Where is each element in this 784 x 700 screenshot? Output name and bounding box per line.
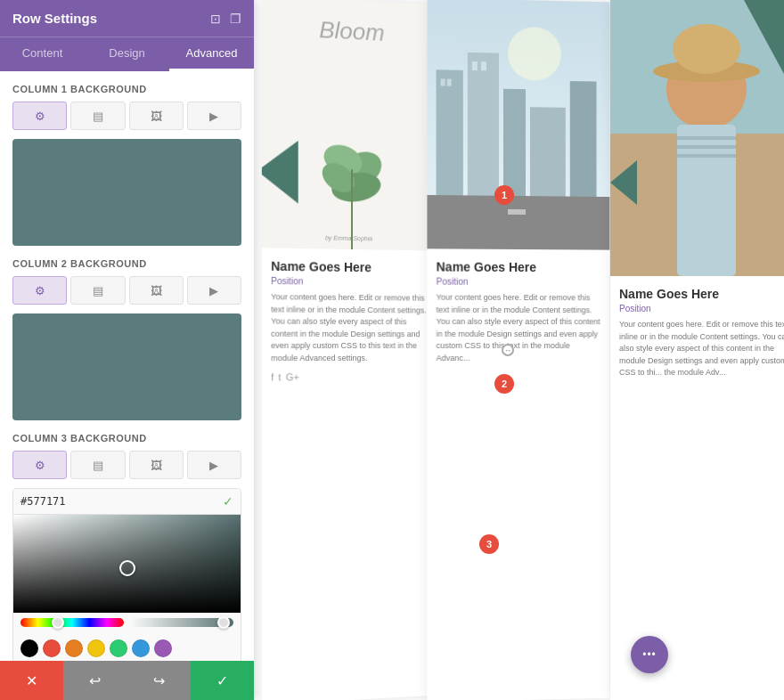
svg-point-24 bbox=[673, 24, 740, 74]
card-3: Name Goes Here Position Your content goe… bbox=[610, 0, 784, 700]
col2-color-btn[interactable]: ⚙ bbox=[12, 276, 67, 305]
panel-title: Row Settings bbox=[12, 11, 97, 26]
tab-advanced[interactable]: Advanced bbox=[169, 37, 254, 71]
cancel-button[interactable]: ✕ bbox=[0, 661, 63, 700]
column3-bg-types: ⚙ ▤ 🖼 ▶ bbox=[12, 451, 241, 479]
column1-section: Column 1 Background ⚙ ▤ 🖼 ▶ bbox=[12, 84, 241, 246]
card-1: Bloom by Emma Sophia Nam bbox=[262, 0, 439, 700]
col3-image-btn[interactable]: 🖼 bbox=[129, 451, 184, 479]
color-picker-circle[interactable] bbox=[119, 560, 135, 576]
tab-design[interactable]: Design bbox=[85, 37, 169, 71]
card1-body: Name Goes Here Position Your content goe… bbox=[262, 248, 439, 393]
column2-bg-types: ⚙ ▤ 🖼 ▶ bbox=[12, 276, 241, 305]
col2-image-btn[interactable]: 🖼 bbox=[129, 276, 184, 305]
bloom-text: Bloom bbox=[262, 13, 439, 50]
card3-position: Position bbox=[619, 304, 784, 313]
panel-footer: ✕ ↩ ↪ ✓ bbox=[0, 661, 254, 700]
svg-rect-10 bbox=[447, 79, 452, 86]
color-input-row: #577171 ✓ bbox=[13, 489, 241, 515]
collapse-icon[interactable]: ❐ bbox=[230, 12, 241, 26]
indicator-2: 2 bbox=[494, 374, 514, 394]
col2-video-btn[interactable]: ▶ bbox=[187, 276, 241, 305]
card3-name: Name Goes Here bbox=[619, 287, 784, 301]
column2-color-preview[interactable] bbox=[12, 313, 241, 420]
hex-input[interactable]: #577171 bbox=[20, 495, 217, 508]
svg-rect-12 bbox=[472, 61, 478, 70]
col2-gradient-btn[interactable]: ▤ bbox=[70, 276, 125, 305]
facebook-icon[interactable]: f bbox=[271, 371, 274, 382]
swatch-yellow[interactable] bbox=[87, 639, 105, 657]
swatch-blue[interactable] bbox=[132, 639, 150, 657]
fab-button[interactable]: ••• bbox=[631, 636, 668, 673]
redo-button[interactable]: ↪ bbox=[127, 661, 191, 700]
card2-text: Your content goes here. Edit or remove t… bbox=[437, 292, 601, 364]
undo-button[interactable]: ↩ bbox=[63, 661, 127, 700]
column1-color-preview[interactable] bbox=[12, 139, 241, 246]
color-swatches bbox=[13, 632, 241, 661]
column2-label: Column 2 Background bbox=[12, 258, 241, 269]
col1-image-btn[interactable]: 🖼 bbox=[129, 102, 184, 130]
color-picker: #577171 ✓ bbox=[12, 488, 241, 661]
svg-rect-9 bbox=[441, 78, 445, 85]
card-2: Name Goes Here Position Your content goe… bbox=[427, 0, 609, 700]
panel-header-actions: ⊡ ❐ bbox=[210, 12, 241, 26]
card3-text: Your content goes here. Edit or remove t… bbox=[619, 319, 784, 379]
svg-rect-17 bbox=[427, 195, 609, 250]
column3-label: Column 3 Background bbox=[12, 433, 241, 444]
indicator-1: 1 bbox=[494, 185, 514, 205]
card1-name: Name Goes Here bbox=[271, 259, 430, 275]
hue-slider[interactable] bbox=[20, 618, 124, 627]
card1-text: Your content goes here. Edit or remove t… bbox=[271, 291, 430, 364]
card2-position: Position bbox=[437, 277, 601, 288]
card3-body: Name Goes Here Position Your content goe… bbox=[610, 276, 784, 390]
page-canvas: Bloom by Emma Sophia Nam bbox=[254, 0, 784, 700]
column3-section: Column 3 Background ⚙ ▤ 🖼 ▶ #577171 ✓ bbox=[12, 433, 241, 661]
tab-content[interactable]: Content bbox=[0, 37, 85, 71]
swatch-purple[interactable] bbox=[154, 639, 172, 657]
row-settings-panel: Row Settings ⊡ ❐ Content Design Advanced… bbox=[0, 0, 254, 700]
svg-rect-18 bbox=[508, 209, 526, 215]
alpha-thumb[interactable] bbox=[217, 616, 230, 629]
card2-name: Name Goes Here bbox=[437, 259, 601, 274]
twitter-icon[interactable]: t bbox=[278, 371, 281, 382]
card1-social: f t G+ bbox=[271, 371, 430, 383]
col3-color-btn[interactable]: ⚙ bbox=[12, 451, 67, 479]
hue-slider-area bbox=[13, 613, 241, 632]
color-gradient-area[interactable] bbox=[13, 515, 241, 613]
swatch-orange[interactable] bbox=[65, 639, 83, 657]
card1-position: Position bbox=[271, 276, 430, 288]
column2-section: Column 2 Background ⚙ ▤ 🖼 ▶ bbox=[12, 258, 241, 420]
svg-text:by Emma Sophia: by Emma Sophia bbox=[325, 234, 372, 242]
alpha-slider[interactable] bbox=[131, 618, 234, 627]
indicator-3: 3 bbox=[479, 534, 499, 554]
resize-handle[interactable]: ↔ bbox=[502, 344, 514, 356]
col1-gradient-btn[interactable]: ▤ bbox=[70, 102, 125, 130]
gplus-icon[interactable]: G+ bbox=[286, 371, 299, 382]
hue-thumb[interactable] bbox=[52, 616, 64, 629]
panel-header: Row Settings ⊡ ❐ bbox=[0, 0, 254, 37]
svg-rect-13 bbox=[481, 61, 486, 70]
col3-gradient-btn[interactable]: ▤ bbox=[70, 451, 125, 479]
swatch-red[interactable] bbox=[43, 639, 61, 657]
fullscreen-icon[interactable]: ⊡ bbox=[210, 12, 221, 26]
save-button[interactable]: ✓ bbox=[191, 661, 254, 700]
column1-label: Column 1 Background bbox=[12, 84, 241, 94]
panel-tabs: Content Design Advanced bbox=[0, 37, 254, 71]
card2-body: Name Goes Here Position Your content goe… bbox=[427, 248, 609, 375]
swatch-black[interactable] bbox=[20, 639, 38, 657]
panel-body: Column 1 Background ⚙ ▤ 🖼 ▶ Column 2 Bac… bbox=[0, 71, 254, 661]
col1-video-btn[interactable]: ▶ bbox=[187, 102, 241, 130]
color-confirm-icon[interactable]: ✓ bbox=[223, 494, 233, 509]
column1-bg-types: ⚙ ▤ 🖼 ▶ bbox=[12, 102, 241, 130]
swatch-green[interactable] bbox=[110, 639, 127, 657]
col3-video-btn[interactable]: ▶ bbox=[187, 451, 241, 479]
page-canvas-area: Bloom by Emma Sophia Nam bbox=[254, 0, 784, 700]
col1-color-btn[interactable]: ⚙ bbox=[12, 102, 67, 130]
